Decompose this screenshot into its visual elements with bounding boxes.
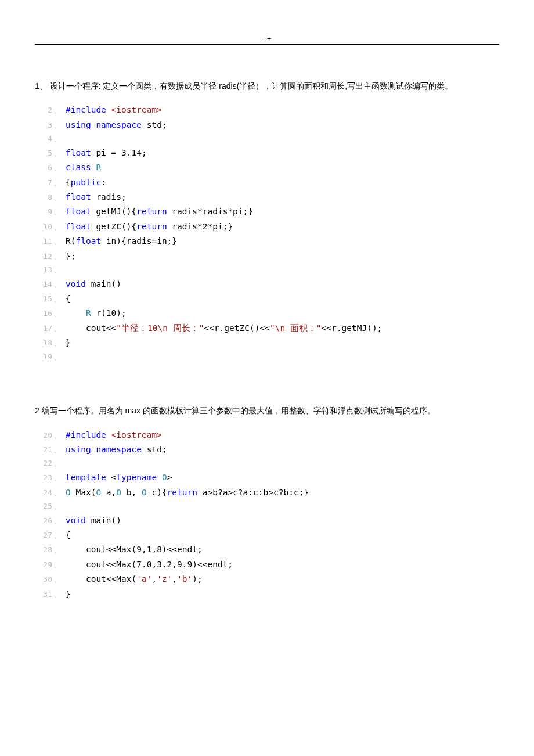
code-line: 28、 cout<<Max(9,1,8)<<endl; <box>35 542 499 557</box>
line-number: 16 <box>35 307 52 321</box>
line-separator: 、 <box>53 161 61 175</box>
line-number: 18 <box>35 337 52 350</box>
line-separator: 、 <box>53 132 61 146</box>
line-separator: 、 <box>53 293 61 306</box>
code-content: using namespace std; <box>66 118 167 132</box>
code-content: O Max(O a,O b, O c){return a>b?a>c?a:c:b… <box>66 485 309 500</box>
code-line: 5、float pi = 3.14; <box>35 146 499 160</box>
code-line: 16、 R r(10); <box>35 306 499 321</box>
line-number: 15 <box>35 293 52 306</box>
code-line: 2、#include <iostream> <box>35 103 499 117</box>
document-page: -+ 1、 设计一个程序: 定义一个圆类，有数据成员半径 radis(半径），计… <box>0 0 534 665</box>
code-line: 23、template <typename O> <box>35 470 499 485</box>
line-number: 5 <box>35 147 52 160</box>
code-content: template <typename O> <box>66 470 172 485</box>
line-separator: 、 <box>53 559 61 572</box>
code-line: 4、 <box>35 132 499 146</box>
code-block-2: 20、#include <iostream>21、using namespace… <box>35 428 499 602</box>
code-content: } <box>66 587 71 602</box>
line-number: 3 <box>35 119 52 132</box>
line-separator: 、 <box>53 221 61 234</box>
code-line: 19、 <box>35 351 499 364</box>
code-line: 24、O Max(O a,O b, O c){return a>b?a>c?a:… <box>35 485 499 500</box>
code-content: class R <box>66 160 101 175</box>
line-separator: 、 <box>53 573 61 586</box>
question-1-text: 1、 设计一个程序: 定义一个圆类，有数据成员半径 radis(半径），计算圆的… <box>35 80 499 92</box>
code-line: 31、} <box>35 587 499 602</box>
line-separator: 、 <box>53 278 61 291</box>
code-content: { <box>66 528 71 542</box>
code-content: cout<<"半径：10\n 周长："<<r.getZC()<<"\n 面积："… <box>66 321 382 336</box>
code-content: void main() <box>66 277 121 291</box>
code-content: cout<<Max(7.0,3.2,9.9)<<endl; <box>66 557 233 572</box>
line-number: 26 <box>35 514 52 528</box>
line-number: 10 <box>35 221 52 234</box>
code-line: 14、void main() <box>35 277 499 291</box>
line-number: 22 <box>35 457 52 470</box>
line-separator: 、 <box>53 250 61 264</box>
line-separator: 、 <box>53 119 61 132</box>
line-separator: 、 <box>53 307 61 321</box>
line-separator: 、 <box>53 337 61 350</box>
code-content: float pi = 3.14; <box>66 146 147 160</box>
line-separator: 、 <box>53 588 61 602</box>
code-content: #include <iostream> <box>66 103 162 117</box>
line-separator: 、 <box>53 543 61 557</box>
code-block-1: 2、#include <iostream>3、using namespace s… <box>35 103 499 363</box>
line-number: 28 <box>35 543 52 557</box>
code-line: 8、float radis; <box>35 190 499 204</box>
code-content: { <box>66 291 71 306</box>
line-number: 6 <box>35 161 52 175</box>
line-number: 20 <box>35 429 52 442</box>
line-number: 31 <box>35 588 52 602</box>
code-content: float getZC(){return radis*2*pi;} <box>66 219 233 234</box>
line-number: 25 <box>35 500 52 513</box>
code-line: 30、 cout<<Max('a','z','b'); <box>35 572 499 586</box>
code-line: 29、 cout<<Max(7.0,3.2,9.9)<<endl; <box>35 557 499 572</box>
code-line: 9、float getMJ(){return radis*radis*pi;} <box>35 204 499 219</box>
line-separator: 、 <box>53 206 61 219</box>
line-separator: 、 <box>53 322 61 336</box>
line-number: 27 <box>35 529 52 542</box>
line-number: 14 <box>35 278 52 291</box>
code-line: 6、class R <box>35 160 499 175</box>
line-number: 17 <box>35 322 52 336</box>
code-content: float getMJ(){return radis*radis*pi;} <box>66 204 253 219</box>
code-content: } <box>66 336 71 350</box>
code-line: 12、}; <box>35 249 499 264</box>
line-separator: 、 <box>53 529 61 542</box>
line-number: 23 <box>35 471 52 485</box>
question-2-text: 2 编写一个程序。用名为 max 的函数模板计算三个参数中的最大值，用整数、字符… <box>35 404 499 417</box>
code-content: {public: <box>66 175 106 190</box>
line-separator: 、 <box>53 147 61 160</box>
line-number: 24 <box>35 487 52 500</box>
line-separator: 、 <box>53 471 61 485</box>
line-separator: 、 <box>53 104 61 117</box>
code-line: 26、void main() <box>35 513 499 528</box>
line-separator: 、 <box>53 429 61 442</box>
line-number: 9 <box>35 206 52 219</box>
line-separator: 、 <box>53 191 61 204</box>
line-separator: 、 <box>53 177 61 190</box>
line-separator: 、 <box>53 487 61 500</box>
code-line: 18、} <box>35 336 499 350</box>
code-line: 3、using namespace std; <box>35 118 499 132</box>
line-number: 13 <box>35 264 52 277</box>
line-number: 11 <box>35 235 52 249</box>
line-separator: 、 <box>53 264 61 277</box>
line-number: 29 <box>35 559 52 572</box>
code-content: cout<<Max('a','z','b'); <box>66 572 203 586</box>
line-number: 4 <box>35 132 52 146</box>
code-line: 27、{ <box>35 528 499 542</box>
code-content: R r(10); <box>66 306 127 321</box>
line-separator: 、 <box>53 444 61 457</box>
line-number: 8 <box>35 191 52 204</box>
code-line: 13、 <box>35 264 499 277</box>
code-content: }; <box>66 249 75 264</box>
header-mark: -+ <box>35 35 499 45</box>
line-number: 30 <box>35 573 52 586</box>
line-number: 7 <box>35 177 52 190</box>
line-number: 2 <box>35 104 52 117</box>
code-line: 17、 cout<<"半径：10\n 周长："<<r.getZC()<<"\n … <box>35 321 499 336</box>
line-separator: 、 <box>53 457 61 470</box>
